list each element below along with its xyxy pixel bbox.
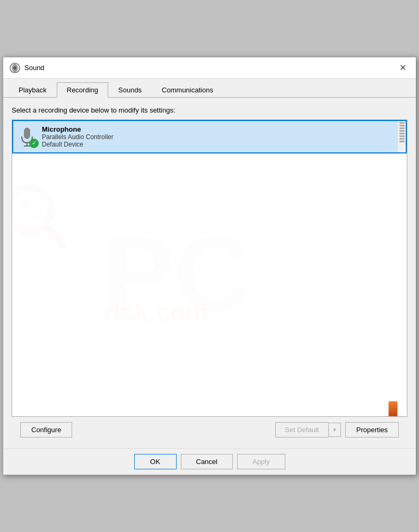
device-list[interactable]: ✓ Microphone Parallels Audio Controller … xyxy=(12,119,407,417)
scroll-line-3 xyxy=(399,127,405,129)
action-buttons: Configure Set Default ▾ Properties xyxy=(12,417,407,443)
title-bar-left: Sound xyxy=(10,63,45,73)
watermark: PC risk.com xyxy=(98,215,321,321)
close-button[interactable]: ✕ xyxy=(396,61,409,75)
configure-button[interactable]: Configure xyxy=(20,422,72,437)
device-status: Default Device xyxy=(42,141,401,148)
scroll-line-4 xyxy=(399,130,405,132)
tab-recording[interactable]: Recording xyxy=(57,82,108,98)
svg-point-9 xyxy=(12,187,51,232)
scroll-line-1 xyxy=(399,122,405,124)
arrow-down-icon xyxy=(380,400,406,417)
scroll-line-2 xyxy=(399,125,405,126)
sound-icon xyxy=(10,63,20,73)
set-default-button[interactable]: Set Default xyxy=(275,422,328,437)
scroll-line-6 xyxy=(399,135,405,137)
cancel-button[interactable]: Cancel xyxy=(181,454,233,469)
tab-communications[interactable]: Communications xyxy=(152,82,223,98)
tab-sounds[interactable]: Sounds xyxy=(108,82,152,98)
device-sub: Parallels Audio Controller xyxy=(42,133,401,141)
device-item-microphone[interactable]: ✓ Microphone Parallels Audio Controller … xyxy=(12,120,407,153)
properties-button[interactable]: Properties xyxy=(345,422,399,437)
device-info: Microphone Parallels Audio Controller De… xyxy=(42,125,401,148)
watermark-search xyxy=(12,183,66,252)
set-default-group: Set Default ▾ xyxy=(275,422,341,437)
sound-dialog: Sound ✕ Playback Recording Sounds Commun… xyxy=(3,57,416,475)
svg-marker-14 xyxy=(383,416,403,417)
svg-rect-13 xyxy=(389,401,398,417)
scrollbar[interactable] xyxy=(397,121,406,152)
device-name: Microphone xyxy=(42,125,401,133)
watermark-pc: PC xyxy=(98,215,321,321)
svg-line-12 xyxy=(46,227,64,246)
dialog-footer: OK Cancel Apply xyxy=(3,448,416,475)
default-check-icon: ✓ xyxy=(29,139,39,148)
apply-button[interactable]: Apply xyxy=(237,454,285,469)
svg-point-10 xyxy=(16,196,42,223)
svg-text:PC: PC xyxy=(103,215,251,321)
svg-text:risk.com: risk.com xyxy=(103,298,208,327)
set-default-dropdown-arrow[interactable]: ▾ xyxy=(328,423,341,437)
watermark-risk: risk.com xyxy=(103,295,316,327)
device-icon-area: ✓ xyxy=(18,127,37,147)
tab-content: Select a recording device below to modif… xyxy=(3,98,416,448)
tab-playback[interactable]: Playback xyxy=(8,82,57,98)
window-title: Sound xyxy=(24,64,45,72)
title-bar: Sound ✕ xyxy=(3,57,416,79)
svg-rect-4 xyxy=(24,128,30,139)
tab-bar: Playback Recording Sounds Communications xyxy=(3,79,416,98)
scroll-line-8 xyxy=(399,141,405,142)
scroll-line-5 xyxy=(399,133,405,134)
scroll-line-7 xyxy=(399,138,405,140)
instruction-text: Select a recording device below to modif… xyxy=(12,106,407,114)
svg-point-11 xyxy=(19,199,29,210)
ok-button[interactable]: OK xyxy=(134,454,177,469)
